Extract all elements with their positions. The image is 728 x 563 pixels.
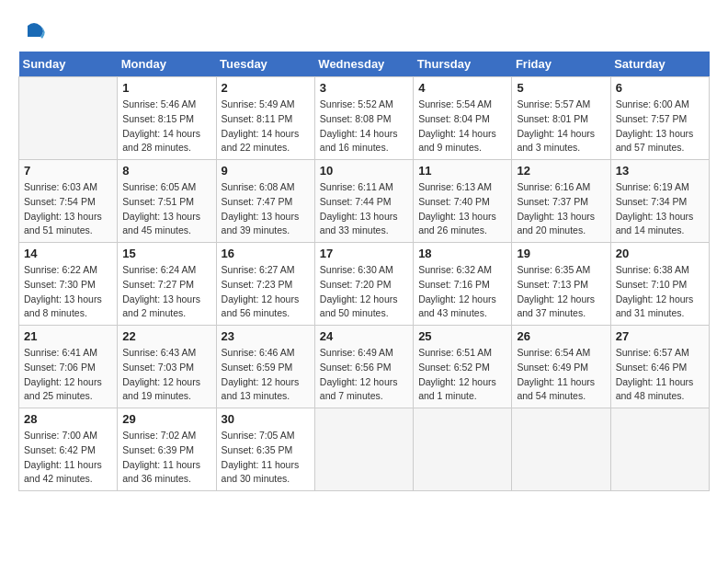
day-info: Sunrise: 6:16 AMSunset: 7:37 PMDaylight:… — [517, 180, 605, 238]
day-info: Sunrise: 6:22 AMSunset: 7:30 PMDaylight:… — [24, 263, 112, 321]
day-info: Sunrise: 5:46 AMSunset: 8:15 PMDaylight:… — [122, 98, 210, 155]
day-cell: 13Sunrise: 6:19 AMSunset: 7:34 PMDayligh… — [610, 160, 709, 243]
day-number: 5 — [517, 81, 605, 95]
day-info: Sunrise: 6:32 AMSunset: 7:16 PMDaylight:… — [418, 263, 506, 321]
day-info: Sunrise: 6:38 AMSunset: 7:10 PMDaylight:… — [616, 263, 704, 321]
day-cell: 27Sunrise: 6:57 AMSunset: 6:46 PMDayligh… — [610, 326, 709, 408]
day-info: Sunrise: 6:13 AMSunset: 7:40 PMDaylight:… — [418, 180, 506, 238]
day-number: 23 — [222, 329, 310, 343]
week-row-3: 21Sunrise: 6:41 AMSunset: 7:06 PMDayligh… — [19, 326, 710, 408]
day-number: 2 — [222, 81, 310, 95]
day-info: Sunrise: 6:57 AMSunset: 6:46 PMDaylight:… — [616, 346, 704, 404]
day-cell: 23Sunrise: 6:46 AMSunset: 6:59 PMDayligh… — [216, 326, 314, 408]
day-info: Sunrise: 6:43 AMSunset: 7:03 PMDaylight:… — [122, 346, 210, 404]
day-info: Sunrise: 5:49 AMSunset: 8:11 PMDaylight:… — [222, 98, 310, 155]
day-info: Sunrise: 7:00 AMSunset: 6:42 PMDaylight:… — [24, 429, 112, 487]
day-number: 24 — [320, 329, 408, 343]
day-number: 9 — [222, 164, 310, 178]
day-cell: 6Sunrise: 6:00 AMSunset: 7:57 PMDaylight… — [610, 77, 709, 160]
day-number: 8 — [122, 164, 210, 178]
day-cell: 5Sunrise: 5:57 AMSunset: 8:01 PMDaylight… — [512, 77, 610, 160]
header-cell-tuesday: Tuesday — [216, 52, 314, 77]
day-info: Sunrise: 6:41 AMSunset: 7:06 PMDaylight:… — [24, 346, 112, 404]
day-number: 13 — [616, 164, 704, 178]
day-cell: 19Sunrise: 6:35 AMSunset: 7:13 PMDayligh… — [512, 243, 610, 326]
day-cell: 24Sunrise: 6:49 AMSunset: 6:56 PMDayligh… — [314, 326, 413, 408]
day-number: 18 — [418, 247, 506, 260]
week-row-2: 14Sunrise: 6:22 AMSunset: 7:30 PMDayligh… — [19, 243, 710, 326]
day-cell — [610, 408, 709, 491]
header-row: SundayMondayTuesdayWednesdayThursdayFrid… — [19, 52, 710, 77]
logo-icon — [20, 18, 48, 46]
day-number: 28 — [24, 412, 112, 426]
day-cell: 28Sunrise: 7:00 AMSunset: 6:42 PMDayligh… — [19, 408, 118, 491]
day-cell — [314, 408, 413, 491]
day-info: Sunrise: 6:08 AMSunset: 7:47 PMDaylight:… — [222, 180, 310, 238]
day-number: 11 — [418, 164, 506, 178]
day-number: 12 — [517, 164, 605, 178]
day-number: 6 — [616, 81, 704, 95]
day-info: Sunrise: 5:52 AMSunset: 8:08 PMDaylight:… — [320, 98, 408, 155]
day-info: Sunrise: 7:02 AMSunset: 6:39 PMDaylight:… — [122, 429, 210, 487]
day-cell: 9Sunrise: 6:08 AMSunset: 7:47 PMDaylight… — [216, 160, 314, 243]
header-cell-monday: Monday — [118, 52, 216, 77]
day-cell: 17Sunrise: 6:30 AMSunset: 7:20 PMDayligh… — [314, 243, 413, 326]
day-cell: 4Sunrise: 5:54 AMSunset: 8:04 PMDaylight… — [414, 77, 512, 160]
day-number: 4 — [418, 81, 506, 95]
day-info: Sunrise: 6:03 AMSunset: 7:54 PMDaylight:… — [24, 180, 112, 238]
day-info: Sunrise: 6:24 AMSunset: 7:27 PMDaylight:… — [122, 263, 210, 321]
day-cell: 7Sunrise: 6:03 AMSunset: 7:54 PMDaylight… — [19, 160, 118, 243]
day-number: 26 — [517, 329, 605, 343]
header-cell-friday: Friday — [512, 52, 610, 77]
day-number: 22 — [122, 329, 210, 343]
day-number: 1 — [122, 81, 210, 95]
day-cell: 18Sunrise: 6:32 AMSunset: 7:16 PMDayligh… — [414, 243, 512, 326]
day-cell: 8Sunrise: 6:05 AMSunset: 7:51 PMDaylight… — [118, 160, 216, 243]
day-cell: 26Sunrise: 6:54 AMSunset: 6:49 PMDayligh… — [512, 326, 610, 408]
day-number: 16 — [222, 247, 310, 260]
day-number: 7 — [24, 164, 112, 178]
day-cell: 22Sunrise: 6:43 AMSunset: 7:03 PMDayligh… — [118, 326, 216, 408]
day-info: Sunrise: 6:51 AMSunset: 6:52 PMDaylight:… — [418, 346, 506, 404]
day-info: Sunrise: 6:46 AMSunset: 6:59 PMDaylight:… — [222, 346, 310, 404]
day-number: 3 — [320, 81, 408, 95]
day-cell: 25Sunrise: 6:51 AMSunset: 6:52 PMDayligh… — [414, 326, 512, 408]
day-info: Sunrise: 6:11 AMSunset: 7:44 PMDaylight:… — [320, 180, 408, 238]
header-cell-thursday: Thursday — [414, 52, 512, 77]
day-number: 25 — [418, 329, 506, 343]
day-cell: 14Sunrise: 6:22 AMSunset: 7:30 PMDayligh… — [19, 243, 118, 326]
day-cell: 30Sunrise: 7:05 AMSunset: 6:35 PMDayligh… — [216, 408, 314, 491]
day-info: Sunrise: 6:00 AMSunset: 7:57 PMDaylight:… — [616, 98, 704, 155]
day-cell: 10Sunrise: 6:11 AMSunset: 7:44 PMDayligh… — [314, 160, 413, 243]
day-info: Sunrise: 6:49 AMSunset: 6:56 PMDaylight:… — [320, 346, 408, 404]
week-row-0: 1Sunrise: 5:46 AMSunset: 8:15 PMDaylight… — [19, 77, 710, 160]
day-info: Sunrise: 6:05 AMSunset: 7:51 PMDaylight:… — [122, 180, 210, 238]
day-number: 15 — [122, 247, 210, 260]
day-info: Sunrise: 5:54 AMSunset: 8:04 PMDaylight:… — [418, 98, 506, 155]
day-number: 29 — [122, 412, 210, 426]
day-cell: 12Sunrise: 6:16 AMSunset: 7:37 PMDayligh… — [512, 160, 610, 243]
day-cell — [414, 408, 512, 491]
day-cell — [19, 77, 118, 160]
page-header — [18, 18, 710, 42]
day-number: 27 — [616, 329, 704, 343]
day-number: 20 — [616, 247, 704, 260]
day-cell: 21Sunrise: 6:41 AMSunset: 7:06 PMDayligh… — [19, 326, 118, 408]
day-info: Sunrise: 6:54 AMSunset: 6:49 PMDaylight:… — [517, 346, 605, 404]
header-cell-sunday: Sunday — [19, 52, 118, 77]
header-cell-wednesday: Wednesday — [314, 52, 413, 77]
calendar-body: 1Sunrise: 5:46 AMSunset: 8:15 PMDaylight… — [19, 77, 710, 491]
logo — [18, 23, 48, 42]
day-number: 10 — [320, 164, 408, 178]
day-cell: 11Sunrise: 6:13 AMSunset: 7:40 PMDayligh… — [414, 160, 512, 243]
week-row-4: 28Sunrise: 7:00 AMSunset: 6:42 PMDayligh… — [19, 408, 710, 491]
day-cell: 15Sunrise: 6:24 AMSunset: 7:27 PMDayligh… — [118, 243, 216, 326]
day-cell: 16Sunrise: 6:27 AMSunset: 7:23 PMDayligh… — [216, 243, 314, 326]
day-info: Sunrise: 5:57 AMSunset: 8:01 PMDaylight:… — [517, 98, 605, 155]
day-number: 21 — [24, 329, 112, 343]
week-row-1: 7Sunrise: 6:03 AMSunset: 7:54 PMDaylight… — [19, 160, 710, 243]
day-number: 19 — [517, 247, 605, 260]
day-cell: 20Sunrise: 6:38 AMSunset: 7:10 PMDayligh… — [610, 243, 709, 326]
day-cell: 2Sunrise: 5:49 AMSunset: 8:11 PMDaylight… — [216, 77, 314, 160]
day-cell: 29Sunrise: 7:02 AMSunset: 6:39 PMDayligh… — [118, 408, 216, 491]
